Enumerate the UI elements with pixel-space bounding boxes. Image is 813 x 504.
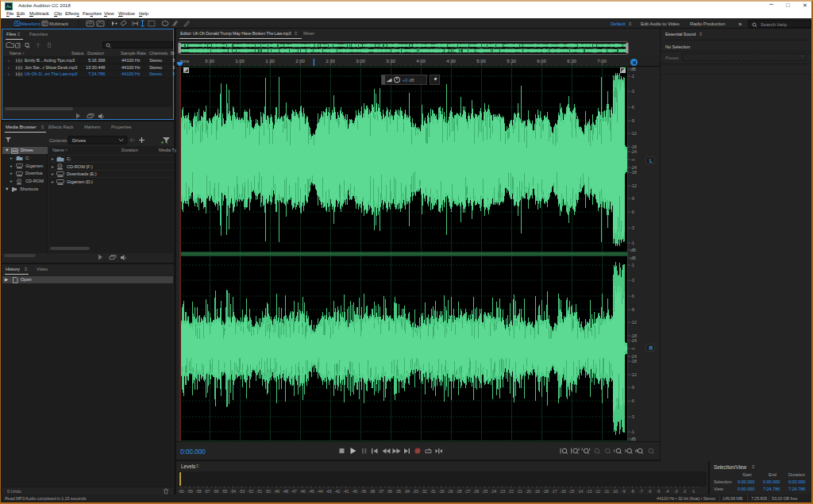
- svg-text:+0: +0: [403, 78, 407, 83]
- svg-text:5:00: 5:00: [476, 59, 486, 63]
- svg-text:4:30: 4:30: [446, 59, 456, 63]
- svg-text:1:30: 1:30: [265, 59, 275, 63]
- svg-text:3:30: 3:30: [386, 59, 395, 63]
- svg-text:4:00: 4:00: [416, 59, 426, 63]
- svg-text:Multitrack: Multitrack: [49, 21, 68, 26]
- svg-text:2:30: 2:30: [326, 59, 335, 63]
- svg-text:Drives: Drives: [72, 138, 86, 143]
- svg-text:6:30: 6:30: [567, 59, 576, 63]
- svg-text:6:00: 6:00: [537, 59, 546, 63]
- svg-text:Waveform: Waveform: [21, 21, 41, 26]
- svg-text:5:30: 5:30: [507, 59, 516, 63]
- svg-text:0:30: 0:30: [205, 59, 214, 63]
- svg-text:3:00: 3:00: [356, 59, 365, 63]
- svg-text:2:00: 2:00: [295, 59, 305, 63]
- svg-text:Contents:: Contents:: [49, 138, 68, 143]
- svg-text:7:00: 7:00: [597, 59, 607, 63]
- svg-text:1:00: 1:00: [235, 59, 245, 63]
- svg-text:dB: dB: [409, 78, 414, 83]
